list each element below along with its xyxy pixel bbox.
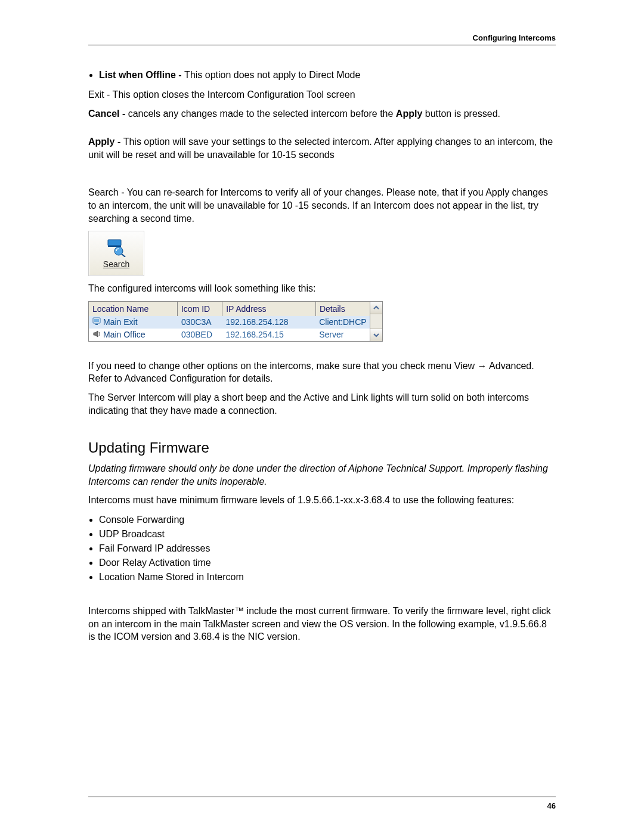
list-item: UDP Broadcast: [99, 527, 556, 541]
svg-rect-0: [108, 240, 121, 246]
header-rule: [88, 45, 556, 45]
running-header: Configuring Intercoms: [473, 33, 556, 42]
cell-ip: 192.168.254.128: [222, 316, 316, 329]
svg-rect-5: [95, 324, 98, 325]
search-button[interactable]: Search: [88, 231, 144, 276]
intercom-table: Location Name Icom ID IP Address Details…: [88, 301, 383, 342]
svg-rect-4: [94, 319, 99, 322]
col-location-name[interactable]: Location Name: [89, 302, 178, 316]
label-cancel: Cancel -: [88, 109, 128, 119]
search-paragraph: Search - You can re-search for Intercoms…: [88, 186, 556, 225]
chevron-up-icon: [373, 303, 379, 312]
search-icon: [104, 238, 128, 257]
monitor-icon: [92, 317, 102, 327]
text: This option does not apply to Direct Mod…: [184, 70, 360, 80]
cell-icom: 030BED: [178, 329, 222, 341]
post-table-1: If you need to change other options on t…: [88, 360, 556, 385]
cell-location: Main Office: [103, 330, 145, 339]
label-apply: Apply -: [88, 137, 123, 147]
text: cancels any changes made to the selected…: [128, 109, 396, 119]
cancel-line: Cancel - cancels any changes made to the…: [88, 107, 556, 120]
list-item: Fail Forward IP addresses: [99, 541, 556, 556]
list-item: List when Offline - This option does not…: [99, 68, 556, 82]
footer-rule: [88, 797, 556, 797]
search-button-label: Search: [103, 259, 129, 269]
table-header-row: Location Name Icom ID IP Address Details: [89, 302, 382, 316]
table-row[interactable]: Main Exit 030C3A 192.168.254.128 Client:…: [89, 316, 382, 329]
section-heading-updating-firmware: Updating Firmware: [88, 439, 556, 456]
features-list: Console Forwarding UDP Broadcast Fail Fo…: [99, 513, 556, 584]
table-body: Main Exit 030C3A 192.168.254.128 Client:…: [89, 316, 382, 341]
text: button is pressed.: [422, 109, 500, 119]
apply-line: Apply - This option will save your setti…: [88, 135, 556, 161]
list-item: Location Name Stored in Intercom: [99, 570, 556, 584]
label-list-offline: List when Offline -: [99, 70, 184, 80]
exit-line: Exit - This option closes the Intercom C…: [88, 88, 556, 101]
col-ip-address[interactable]: IP Address: [222, 302, 316, 316]
chevron-down-icon: [373, 330, 379, 340]
speaker-icon: [92, 330, 102, 340]
cell-ip: 192.168.254.15: [222, 329, 316, 341]
label-apply-inline: Apply: [396, 109, 422, 119]
table-row[interactable]: Main Office 030BED 192.168.254.15 Server: [89, 329, 382, 341]
list-item: Door Relay Activation time: [99, 556, 556, 570]
scroll-up-button[interactable]: [370, 302, 382, 314]
min-firmware-line: Intercoms must have minimum firmware lev…: [88, 494, 556, 507]
post-table-2: The Server Intercom will play a short be…: [88, 391, 556, 417]
cell-icom: 030C3A: [178, 316, 222, 329]
scroll-down-button[interactable]: [370, 329, 382, 341]
options-list: List when Offline - This option does not…: [99, 68, 556, 82]
scrollbar[interactable]: [370, 302, 382, 341]
page-number: 46: [547, 801, 556, 810]
col-icom-id[interactable]: Icom ID: [178, 302, 222, 316]
shipping-paragraph: Intercoms shipped with TalkMaster™ inclu…: [88, 605, 556, 643]
cell-location: Main Exit: [103, 317, 138, 327]
firmware-warning: Updating firmware should only be done un…: [88, 462, 556, 488]
configured-line: The configured intercoms will look somet…: [88, 282, 556, 295]
list-item: Console Forwarding: [99, 513, 556, 527]
text: This option will save your settings to t…: [88, 137, 553, 160]
svg-point-2: [114, 247, 123, 255]
